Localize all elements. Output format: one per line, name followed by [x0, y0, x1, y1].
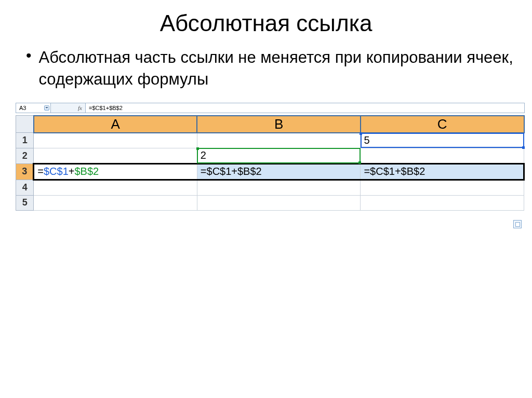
col-header-C[interactable]: C	[361, 116, 524, 133]
cell-A1[interactable]	[34, 133, 197, 148]
formula-token: +	[69, 166, 75, 177]
select-all-corner[interactable]	[16, 116, 34, 133]
name-box[interactable]: A3	[16, 103, 51, 113]
spreadsheet-screenshot: A3 fx =$C$1+$B$2 A B C 1 5	[16, 103, 525, 221]
formula-token: =	[37, 166, 44, 177]
cell-B1[interactable]	[197, 133, 361, 148]
cell-A5[interactable]	[34, 195, 197, 210]
cell-B2[interactable]: 2	[197, 148, 361, 163]
formula-token-ref1: $C$1	[44, 166, 69, 177]
formula-token-ref2: $B$2	[74, 166, 99, 177]
row-header-3[interactable]: 3	[16, 163, 34, 180]
col-header-B[interactable]: B	[197, 116, 361, 133]
spreadsheet-grid[interactable]: A B C 1 5 2 2 3 =$C$1+$B$2 =$C	[16, 115, 525, 211]
bullet-text: Абсолютная часть ссылки не меняется при …	[39, 47, 516, 90]
cell-C1[interactable]: 5	[361, 133, 524, 148]
fx-area: fx	[51, 103, 86, 113]
name-box-value: A3	[19, 105, 26, 111]
slide-title: Абсолютная ссылка	[16, 10, 516, 36]
row-header-5[interactable]: 5	[16, 195, 34, 210]
paste-options-icon[interactable]	[513, 220, 522, 228]
cell-A4[interactable]	[34, 180, 197, 195]
cell-B3[interactable]: =$C$1+$B$2	[197, 163, 361, 180]
cell-B4[interactable]	[197, 180, 361, 195]
fx-icon[interactable]: fx	[78, 105, 82, 111]
cell-C3[interactable]: =$C$1+$B$2	[361, 163, 524, 180]
col-header-A[interactable]: A	[34, 116, 197, 133]
cell-B5[interactable]	[197, 195, 361, 210]
row-header-1[interactable]: 1	[16, 133, 34, 148]
row-header-4[interactable]: 4	[16, 180, 34, 195]
cell-A3[interactable]: =$C$1+$B$2	[34, 163, 197, 180]
bullet-item: • Абсолютная часть ссылки не меняется пр…	[16, 47, 516, 90]
name-box-dropdown-icon[interactable]	[44, 105, 49, 111]
formula-bar: A3 fx =$C$1+$B$2	[16, 103, 525, 113]
formula-input[interactable]: =$C$1+$B$2	[86, 103, 524, 113]
cell-C5[interactable]	[361, 195, 524, 210]
cell-C4[interactable]	[361, 180, 524, 195]
bullet-icon: •	[26, 47, 32, 64]
cell-A2[interactable]	[34, 148, 197, 163]
cell-C2[interactable]	[361, 148, 524, 163]
row-header-2[interactable]: 2	[16, 148, 34, 163]
